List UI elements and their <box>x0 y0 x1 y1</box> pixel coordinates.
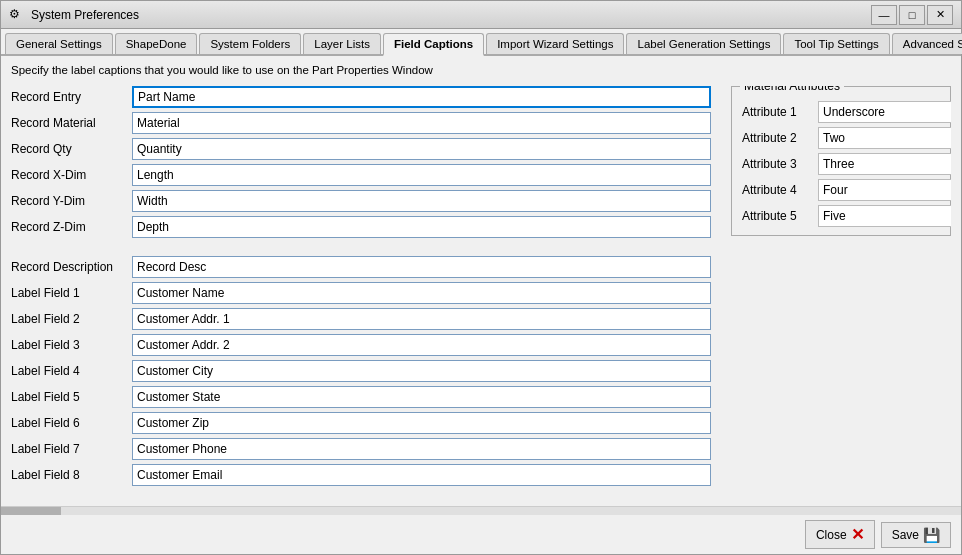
form-row-record-entry: Record Entry <box>11 86 711 108</box>
form-row-label-field-6: Label Field 6 <box>11 412 711 434</box>
input-record-entry[interactable] <box>132 86 711 108</box>
label-field-7-label: Label Field 7 <box>11 442 126 456</box>
close-x-icon: ✕ <box>851 525 864 544</box>
tabs-bar: General Settings ShapeDone System Folder… <box>1 29 961 56</box>
attr-label-5: Attribute 5 <box>742 209 812 223</box>
main-section: Record Entry Record Material Record Qty … <box>11 86 951 498</box>
save-label: Save <box>892 528 919 542</box>
input-label-field-5[interactable] <box>132 386 711 408</box>
input-record-xdim[interactable] <box>132 164 711 186</box>
attr-row-1: Attribute 1 <box>742 101 940 123</box>
title-bar: ⚙ System Preferences — □ ✕ <box>1 1 961 29</box>
label-field-5-label: Label Field 5 <box>11 390 126 404</box>
label-record-xdim: Record X-Dim <box>11 168 126 182</box>
attr-label-4: Attribute 4 <box>742 183 812 197</box>
input-label-field-2[interactable] <box>132 308 711 330</box>
form-row-label-field-5: Label Field 5 <box>11 386 711 408</box>
input-record-ydim[interactable] <box>132 190 711 212</box>
input-record-description[interactable] <box>132 256 711 278</box>
label-record-qty: Record Qty <box>11 142 126 156</box>
footer: Close ✕ Save 💾 <box>1 514 961 554</box>
left-form: Record Entry Record Material Record Qty … <box>11 86 711 498</box>
scrollbar-thumb[interactable] <box>1 507 61 515</box>
form-row-label-field-2: Label Field 2 <box>11 308 711 330</box>
input-label-field-6[interactable] <box>132 412 711 434</box>
tab-shapedone[interactable]: ShapeDone <box>115 33 198 54</box>
label-field-1-label: Label Field 1 <box>11 286 126 300</box>
tab-layerlists[interactable]: Layer Lists <box>303 33 381 54</box>
attr-row-5: Attribute 5 <box>742 205 940 227</box>
form-row-record-zdim: Record Z-Dim <box>11 216 711 238</box>
tab-advanced[interactable]: Advanced Settings <box>892 33 962 54</box>
title-bar-buttons: — □ ✕ <box>871 5 953 25</box>
attr-input-1[interactable] <box>818 101 951 123</box>
input-record-zdim[interactable] <box>132 216 711 238</box>
form-row-label-field-3: Label Field 3 <box>11 334 711 356</box>
form-spacer-1 <box>11 242 711 252</box>
label-record-zdim: Record Z-Dim <box>11 220 126 234</box>
label-field-8-label: Label Field 8 <box>11 468 126 482</box>
input-label-field-3[interactable] <box>132 334 711 356</box>
tab-tooltip[interactable]: Tool Tip Settings <box>783 33 889 54</box>
input-label-field-8[interactable] <box>132 464 711 486</box>
label-field-4-label: Label Field 4 <box>11 364 126 378</box>
input-record-qty[interactable] <box>132 138 711 160</box>
tab-general[interactable]: General Settings <box>5 33 113 54</box>
input-label-field-7[interactable] <box>132 438 711 460</box>
attr-label-1: Attribute 1 <box>742 105 812 119</box>
material-attributes-group: Material Attributes Attribute 1 Attribut… <box>731 86 951 236</box>
label-field-3-label: Label Field 3 <box>11 338 126 352</box>
minimize-button[interactable]: — <box>871 5 897 25</box>
label-record-entry: Record Entry <box>11 90 126 104</box>
label-record-description: Record Description <box>11 260 126 274</box>
attr-row-4: Attribute 4 <box>742 179 940 201</box>
label-field-6-label: Label Field 6 <box>11 416 126 430</box>
save-button[interactable]: Save 💾 <box>881 522 951 548</box>
form-row-record-material: Record Material <box>11 112 711 134</box>
form-row-label-field-4: Label Field 4 <box>11 360 711 382</box>
label-field-2-label: Label Field 2 <box>11 312 126 326</box>
label-record-ydim: Record Y-Dim <box>11 194 126 208</box>
main-window: ⚙ System Preferences — □ ✕ General Setti… <box>0 0 962 555</box>
maximize-button[interactable]: □ <box>899 5 925 25</box>
attr-label-3: Attribute 3 <box>742 157 812 171</box>
tab-fieldcaptions[interactable]: Field Captions <box>383 33 484 56</box>
attr-row-2: Attribute 2 <box>742 127 940 149</box>
attr-input-5[interactable] <box>818 205 951 227</box>
form-row-record-xdim: Record X-Dim <box>11 164 711 186</box>
form-row-record-description: Record Description <box>11 256 711 278</box>
app-icon: ⚙ <box>9 7 25 23</box>
attr-row-3: Attribute 3 <box>742 153 940 175</box>
form-row-record-ydim: Record Y-Dim <box>11 190 711 212</box>
tab-labelgen[interactable]: Label Generation Settings <box>626 33 781 54</box>
form-row-label-field-7: Label Field 7 <box>11 438 711 460</box>
form-row-label-field-8: Label Field 8 <box>11 464 711 486</box>
hint-text: Specify the label captions that you woul… <box>11 64 951 76</box>
content-area: Specify the label captions that you woul… <box>1 56 961 506</box>
tab-systemfolders[interactable]: System Folders <box>199 33 301 54</box>
window-title: System Preferences <box>31 8 871 22</box>
form-row-record-qty: Record Qty <box>11 138 711 160</box>
attr-label-2: Attribute 2 <box>742 131 812 145</box>
material-attributes-title: Material Attributes <box>740 86 844 93</box>
close-label: Close <box>816 528 847 542</box>
close-button[interactable]: Close ✕ <box>805 520 875 549</box>
tab-importwizard[interactable]: Import Wizard Settings <box>486 33 624 54</box>
attr-input-2[interactable] <box>818 127 951 149</box>
scrollbar-area <box>1 506 961 514</box>
input-label-field-1[interactable] <box>132 282 711 304</box>
right-section: Material Attributes Attribute 1 Attribut… <box>731 86 951 498</box>
label-record-material: Record Material <box>11 116 126 130</box>
scrollbar-track[interactable] <box>1 507 961 515</box>
close-window-button[interactable]: ✕ <box>927 5 953 25</box>
form-row-label-field-1: Label Field 1 <box>11 282 711 304</box>
save-disk-icon: 💾 <box>923 527 940 543</box>
input-record-material[interactable] <box>132 112 711 134</box>
attr-input-4[interactable] <box>818 179 951 201</box>
attr-input-3[interactable] <box>818 153 951 175</box>
input-label-field-4[interactable] <box>132 360 711 382</box>
